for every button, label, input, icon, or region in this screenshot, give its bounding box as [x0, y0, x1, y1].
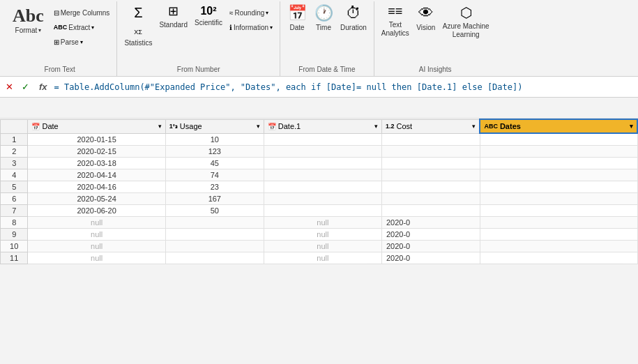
dates-cell-9 [480, 228, 637, 240]
ribbon-group-buttons-number: ΣXΣ Statistics ⊞ Standard 10² Scientific… [121, 3, 275, 64]
row-num-10: 10 [1, 240, 28, 252]
row-num-6: 6 [1, 192, 28, 204]
date-cell-11: null [28, 252, 165, 264]
from-text-label: From Text [45, 66, 75, 75]
vision-button[interactable]: 👁 Vision [413, 3, 439, 53]
date-cell-3: 2020-03-18 [28, 157, 165, 169]
cost-cell-10: 2020-0 [381, 240, 480, 252]
date-column-header[interactable]: 📅 Date ▾ [28, 119, 165, 133]
extract-button[interactable]: ABC Extract ▾ [51, 20, 113, 34]
duration-button[interactable]: ⏱ Duration [337, 3, 370, 53]
rounding-info-btns: ≈ Rounding ▾ ℹ Information ▾ [227, 6, 275, 34]
cost-col-dropdown[interactable]: ▾ [472, 123, 476, 130]
formula-input[interactable]: = Table.AddColumn(#"Expanded Price", "Da… [54, 82, 635, 92]
text-analytics-icon: ≡≡ [388, 4, 402, 20]
scientific-label: Scientific [195, 19, 222, 27]
date-cell-1: 2020-01-15 [28, 133, 165, 145]
extract-icon: ABC [54, 24, 68, 31]
usage-cell-7: 50 [165, 204, 264, 216]
dates-cell-5 [480, 181, 637, 192]
statistics-button[interactable]: ΣXΣ Statistics [121, 3, 155, 53]
dates-cell-4 [480, 169, 637, 181]
date-cell-8: null [28, 216, 165, 228]
standard-label: Standard [159, 21, 188, 29]
from-date-time-label: From Date & Time [298, 66, 355, 75]
dates-cell-3 [480, 157, 637, 169]
info-icon: ℹ [229, 24, 232, 31]
row-num-8: 8 [1, 216, 28, 228]
date-cell-10: null [28, 240, 165, 252]
cost-cell-5 [381, 181, 480, 192]
date1-col-dropdown[interactable]: ▾ [374, 123, 378, 130]
date-button[interactable]: 📅 Date [284, 3, 310, 53]
dates-cell-7 [480, 204, 637, 216]
duration-label: Duration [340, 24, 367, 32]
date-col-icon: 📅 [31, 123, 40, 130]
cost-cell-4 [381, 169, 480, 181]
dates-cell-6 [480, 192, 637, 204]
statistics-icon: ΣXΣ [134, 4, 142, 38]
rounding-button[interactable]: ≈ Rounding ▾ [227, 6, 275, 20]
format-button[interactable]: Abc Format ▾ [7, 3, 50, 37]
usage-column-header[interactable]: 1²₃ Usage ▾ [165, 119, 264, 133]
time-button[interactable]: 🕐 Time [311, 3, 336, 53]
standard-button[interactable]: ⊞ Standard [156, 3, 190, 53]
ribbon-group-from-text: Abc Format ▾ ⊟ Merge Columns ABC Extract… [3, 1, 117, 76]
date-cell-4: 2020-04-14 [28, 169, 165, 181]
table-row: 7 2020-06-20 50 [1, 204, 638, 216]
parse-button[interactable]: ⊞ Parse ▾ [51, 35, 113, 49]
cost-cell-2 [381, 145, 480, 157]
from-number-label: From Number [177, 66, 220, 75]
date1-cell-8: null [264, 216, 381, 228]
row-num-9: 9 [1, 228, 28, 240]
dates-col-dropdown[interactable]: ▾ [630, 123, 633, 130]
table-row: 8 null null 2020-0 [1, 216, 638, 228]
usage-cell-4: 74 [165, 169, 264, 181]
azure-ml-icon: ⬡ [460, 4, 472, 21]
ribbon-group-from-date-time: 📅 Date 🕐 Time ⏱ Duration From Date & Tim… [280, 1, 374, 76]
information-button[interactable]: ℹ Information ▾ [227, 20, 275, 34]
dates-column-header[interactable]: ABC Dates ▾ [480, 119, 637, 133]
row-num-3: 3 [1, 157, 28, 169]
table-row: 10 null null 2020-0 [1, 240, 638, 252]
row-num-2: 2 [1, 145, 28, 157]
usage-col-dropdown[interactable]: ▾ [257, 123, 260, 130]
date1-cell-1 [264, 133, 381, 145]
row-num-1: 1 [1, 133, 28, 145]
ribbon-group-ai-insights: ≡≡ TextAnalytics 👁 Vision ⬡ Azure Machin… [374, 1, 496, 76]
dates-col-icon: ABC [484, 123, 498, 130]
grid-wrapper[interactable]: 📅 Date ▾ 1²₃ Usage ▾ [0, 119, 638, 264]
date1-col-icon: 📅 [268, 123, 276, 130]
cost-cell-6 [381, 192, 480, 204]
dates-cell-1 [480, 133, 637, 145]
ribbon-group-buttons-date: 📅 Date 🕐 Time ⏱ Duration [284, 3, 370, 64]
table-row: 6 2020-05-24 167 [1, 192, 638, 204]
formula-check-icon[interactable]: ✓ [19, 80, 32, 93]
date-cell-9: null [28, 228, 165, 240]
time-icon: 🕐 [314, 4, 333, 22]
usage-cell-10 [165, 240, 264, 252]
scientific-button[interactable]: 10² Scientific [192, 3, 225, 53]
merge-columns-button[interactable]: ⊟ Merge Columns [51, 6, 113, 20]
table-row: 9 null null 2020-0 [1, 228, 638, 240]
date1-cell-5 [264, 181, 381, 192]
usage-cell-3: 45 [165, 157, 264, 169]
ribbon-group-from-number: ΣXΣ Statistics ⊞ Standard 10² Scientific… [117, 1, 280, 76]
usage-cell-2: 123 [165, 145, 264, 157]
formula-fx-label: fx [35, 82, 52, 92]
usage-cell-9 [165, 228, 264, 240]
cost-cell-3 [381, 157, 480, 169]
usage-cell-6: 167 [165, 192, 264, 204]
azure-ml-button[interactable]: ⬡ Azure MachineLearning [440, 3, 492, 53]
format-arrow: ▾ [38, 27, 41, 33]
formula-close-icon[interactable]: ✕ [3, 80, 16, 93]
date-col-dropdown[interactable]: ▾ [158, 123, 162, 130]
vision-label: Vision [416, 24, 435, 32]
table-row: 1 2020-01-15 10 [1, 133, 638, 145]
time-label: Time [316, 24, 331, 32]
date1-column-header[interactable]: 📅 Date.1 ▾ [264, 119, 381, 133]
cost-column-header[interactable]: 1.2 Cost ▾ [381, 119, 480, 133]
text-analytics-button[interactable]: ≡≡ TextAnalytics [379, 3, 412, 53]
date1-cell-7 [264, 204, 381, 216]
date-cell-5: 2020-04-16 [28, 181, 165, 192]
